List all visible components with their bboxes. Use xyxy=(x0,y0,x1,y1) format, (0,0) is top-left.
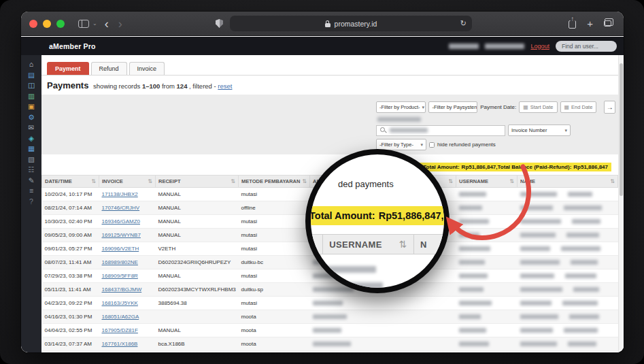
magnified-total-amount: Rp51,886,847 xyxy=(379,210,441,221)
apply-filter-button[interactable]: → xyxy=(604,101,615,114)
redacted-text xyxy=(459,219,489,224)
invoice-number-select[interactable]: Invoice Number xyxy=(508,125,571,136)
cell-datetime: 04/23/23, 09:22 PM xyxy=(42,297,99,310)
summary-range: 1–100 xyxy=(142,82,160,90)
invoice-link[interactable]: 167761/X186B xyxy=(102,341,138,347)
cell-name xyxy=(518,324,618,337)
cell-name xyxy=(518,256,618,269)
cell-datetime: 09/01/23, 05:27 PM xyxy=(42,242,99,256)
product-filter-select[interactable]: -Filter by Product- xyxy=(376,101,426,113)
invoice-link[interactable]: 169096/V2ETH xyxy=(102,246,139,252)
start-date-button[interactable]: ▦Start Date xyxy=(519,101,557,113)
column-header-metode-pembayaran[interactable]: ⇅METODE PEMBAYARAN xyxy=(239,176,310,188)
redacted-text xyxy=(459,314,481,319)
invoice-link[interactable]: 167905/DZ81F xyxy=(102,327,138,333)
utilities-icon[interactable]: ☷ xyxy=(26,166,37,173)
desktop-background: ⌄ ‹ › promastery.id ↻ + aMember Pro xyxy=(0,0,644,364)
invoice-link[interactable]: 168437/BGJMW xyxy=(102,286,142,293)
tools-icon[interactable]: ✎ xyxy=(26,177,37,184)
scrollbar-thumb[interactable] xyxy=(620,63,623,196)
url-text: promastery.id xyxy=(335,20,377,28)
cell-receipt: MANUAL xyxy=(156,201,239,215)
invoice-link[interactable]: 169125/WYNB7 xyxy=(102,232,141,238)
invoice-link[interactable]: 168163/J5YKK xyxy=(102,300,138,306)
zoom-button[interactable] xyxy=(56,20,65,28)
cell-invoice: 169096/V2ETH xyxy=(99,242,156,256)
back-button[interactable]: ‹ xyxy=(103,18,111,30)
configuration-icon[interactable]: ⚙ xyxy=(26,114,37,121)
redacted-text xyxy=(449,44,479,49)
invoice-link[interactable]: 170746/CRJHV xyxy=(102,205,140,211)
cell-datetime: 05/11/23, 11:41 AM xyxy=(42,283,99,297)
column-label: METODE PEMBAYARAN xyxy=(241,178,300,184)
find-user-input[interactable]: Find an user... xyxy=(556,41,617,52)
protect-icon[interactable]: ▣ xyxy=(26,103,37,110)
invoice-link[interactable]: 168909/5FF8R xyxy=(102,273,138,279)
cell-name xyxy=(518,337,618,351)
invoice-link[interactable]: 171138/JHBX2 xyxy=(102,191,138,197)
share-icon[interactable] xyxy=(569,20,576,29)
reports-icon[interactable]: ◫ xyxy=(26,82,37,89)
sidebar-toggle-icon[interactable] xyxy=(78,20,89,28)
cell-method: mutasi xyxy=(239,269,310,283)
filter-row-2: Invoice Number xyxy=(376,125,615,136)
integrations-icon[interactable]: ◈ xyxy=(26,135,37,142)
redacted-text xyxy=(520,328,553,333)
search-input[interactable] xyxy=(376,125,505,136)
tab-invoice[interactable]: Invoice xyxy=(129,62,165,75)
forward-button[interactable]: › xyxy=(116,18,124,30)
lock-icon xyxy=(325,20,331,27)
logout-link[interactable]: Logout xyxy=(530,43,549,50)
column-header-name[interactable]: ⇅NAME xyxy=(518,176,618,188)
dashboard-icon[interactable]: ⌂ xyxy=(26,61,37,68)
setup-icon[interactable]: ≡ xyxy=(26,187,37,195)
chevron-down-icon[interactable]: ⌄ xyxy=(92,20,97,27)
hide-refunded-checkbox[interactable] xyxy=(429,142,435,148)
cell-username xyxy=(456,269,518,283)
column-header-invoice[interactable]: ⇅INVOICE xyxy=(99,176,156,188)
minimize-button[interactable] xyxy=(43,20,51,28)
magnified-username-header: USERNAME xyxy=(329,239,382,250)
redacted-text xyxy=(568,192,592,197)
users-icon[interactable]: ▤ xyxy=(26,71,37,79)
content-icon[interactable]: ▧ xyxy=(26,156,37,163)
hide-refunded-label: hide refunded payments xyxy=(437,142,496,148)
new-tab-icon[interactable]: + xyxy=(587,18,593,29)
end-date-button[interactable]: ▦End Date xyxy=(560,101,597,113)
cell-invoice: 169125/WYNB7 xyxy=(99,229,156,242)
redacted-text xyxy=(520,342,557,346)
column-header-date-time[interactable]: ⇅DATE/TIME xyxy=(42,176,99,188)
invoice-link[interactable]: 169346/GAMZ0 xyxy=(102,218,140,225)
redacted-text xyxy=(520,205,553,210)
tab-refund[interactable]: Refund xyxy=(91,62,127,75)
invoice-link[interactable]: 168051/A62GA xyxy=(102,314,139,320)
address-bar[interactable]: promastery.id ↻ xyxy=(230,16,472,31)
cell-name xyxy=(518,310,618,324)
help-icon[interactable]: ? xyxy=(26,198,37,205)
tab-payment[interactable]: Payment xyxy=(47,62,89,75)
column-label: INVOICE xyxy=(102,178,123,184)
magnified-table-header: ⇅ USERNAME ⇅ N xyxy=(305,234,450,254)
summary-text: showing records xyxy=(93,82,140,90)
table-row: 04/23/23, 09:22 PM168163/J5YKK3885694.38… xyxy=(42,297,618,310)
refresh-icon[interactable]: ↻ xyxy=(460,19,467,28)
tab-overview-icon[interactable] xyxy=(604,20,611,27)
paysystem-filter-select[interactable]: -Filter by Paysysten xyxy=(428,101,477,113)
close-button[interactable] xyxy=(29,20,37,28)
cell-name xyxy=(518,297,618,310)
cell-receipt xyxy=(156,310,239,324)
column-header-receipt[interactable]: ⇅RECEIPT xyxy=(156,176,239,188)
reset-link[interactable]: reset xyxy=(218,82,232,90)
column-label: DATE/TIME xyxy=(45,178,72,184)
email-icon[interactable]: ✉ xyxy=(26,124,37,131)
products-icon[interactable]: ▥ xyxy=(26,93,37,100)
privacy-shield-icon[interactable] xyxy=(216,19,223,28)
payments-nav-icon[interactable]: ▦ xyxy=(26,145,37,152)
column-header-username[interactable]: ⇅USERNAME xyxy=(456,176,518,188)
redacted-text xyxy=(561,246,600,251)
cell-receipt: V2ETH xyxy=(156,242,239,256)
sort-icon: ⇅ xyxy=(610,178,615,184)
invoice-link[interactable]: 168989/802NE xyxy=(102,259,138,265)
redacted-text xyxy=(313,328,341,333)
cell-name xyxy=(518,229,618,242)
